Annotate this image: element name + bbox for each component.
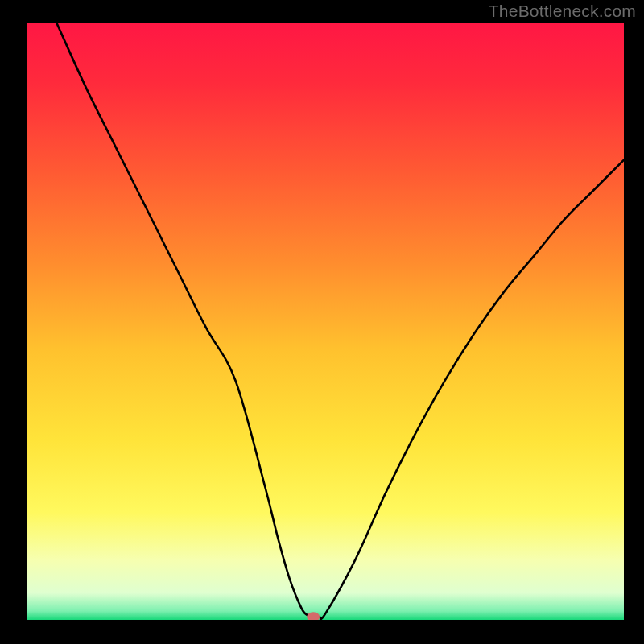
watermark-text: TheBottleneck.com: [489, 2, 636, 21]
gradient-background: [27, 23, 624, 620]
chart-frame: TheBottleneck.com: [0, 0, 644, 644]
plot-area: [27, 23, 624, 620]
bottleneck-chart-svg: [27, 23, 624, 620]
